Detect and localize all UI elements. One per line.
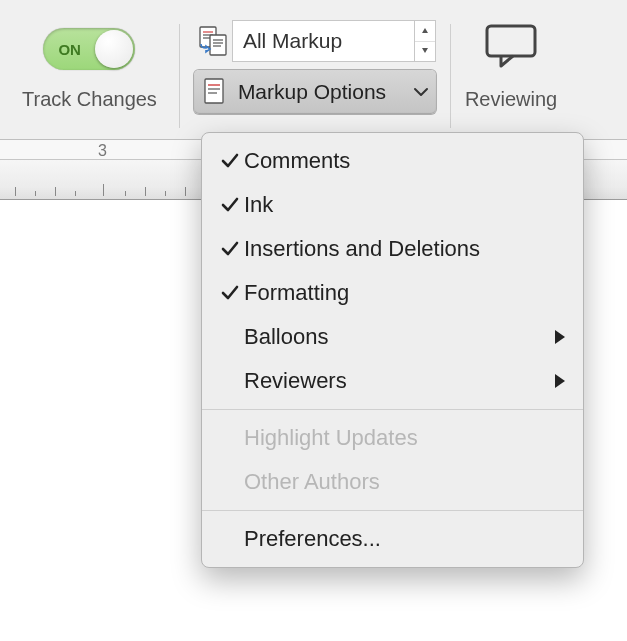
menu-item-ink[interactable]: Ink <box>202 183 583 227</box>
menu-separator <box>202 409 583 410</box>
markup-display-value: All Markup <box>243 29 342 53</box>
menu-label: Other Authors <box>244 469 547 495</box>
check-icon <box>216 153 244 169</box>
track-changes-caption: Track Changes <box>22 88 157 111</box>
reviewing-section: Reviewing <box>451 18 571 111</box>
menu-item-comments[interactable]: Comments <box>202 139 583 183</box>
svg-rect-12 <box>487 26 535 56</box>
svg-rect-8 <box>205 79 223 103</box>
menu-separator <box>202 510 583 511</box>
toggle-knob <box>95 30 133 68</box>
menu-label: Balloons <box>244 324 547 350</box>
spinner-up-icon[interactable] <box>415 21 435 42</box>
markup-options-label: Markup Options <box>236 80 400 104</box>
menu-label: Reviewers <box>244 368 547 394</box>
spinner-down-icon[interactable] <box>415 42 435 62</box>
chevron-down-icon <box>406 88 436 97</box>
track-changes-section: ON Track Changes <box>0 18 179 111</box>
submenu-arrow-icon <box>547 374 565 388</box>
toggle-state-label: ON <box>58 41 81 58</box>
menu-item-formatting[interactable]: Formatting <box>202 271 583 315</box>
menu-item-preferences[interactable]: Preferences... <box>202 517 583 561</box>
menu-label: Ink <box>244 192 547 218</box>
check-icon <box>216 241 244 257</box>
track-changes-toggle[interactable]: ON <box>43 28 135 70</box>
menu-label: Insertions and Deletions <box>244 236 547 262</box>
svg-rect-4 <box>210 35 226 55</box>
submenu-arrow-icon <box>547 330 565 344</box>
ribbon-toolbar: ON Track Changes <box>0 0 627 140</box>
markup-section: All Markup <box>180 18 450 114</box>
markup-display-row: All Markup <box>194 20 436 62</box>
markup-options-menu: Comments Ink Insertions and Deletions Fo… <box>201 132 584 568</box>
markup-display-dropdown[interactable]: All Markup <box>232 20 414 62</box>
check-icon <box>216 197 244 213</box>
markup-options-icon <box>200 71 230 113</box>
menu-item-other-authors: Other Authors <box>202 460 583 504</box>
menu-item-highlight-updates: Highlight Updates <box>202 416 583 460</box>
check-icon <box>216 285 244 301</box>
markup-display-spinner[interactable] <box>414 20 436 62</box>
ruler-number: 3 <box>98 142 107 160</box>
menu-item-balloons[interactable]: Balloons <box>202 315 583 359</box>
menu-item-insertions-deletions[interactable]: Insertions and Deletions <box>202 227 583 271</box>
markup-options-button[interactable]: Markup Options <box>194 70 436 114</box>
reviewing-pane-icon[interactable] <box>481 20 541 72</box>
reviewing-caption: Reviewing <box>465 88 557 111</box>
menu-label: Formatting <box>244 280 547 306</box>
menu-label: Highlight Updates <box>244 425 547 451</box>
menu-label: Preferences... <box>244 526 547 552</box>
display-for-review-icon <box>194 20 232 62</box>
menu-item-reviewers[interactable]: Reviewers <box>202 359 583 403</box>
menu-label: Comments <box>244 148 547 174</box>
